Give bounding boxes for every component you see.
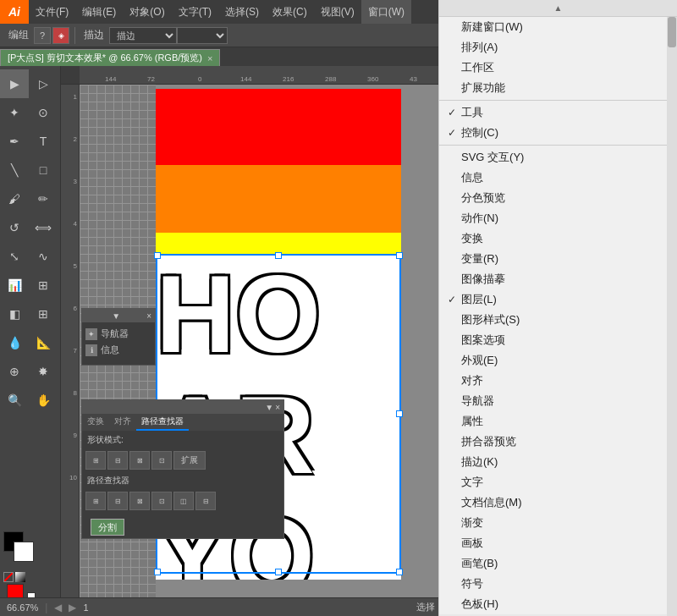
menu-view[interactable]: 视图(V) <box>314 0 361 24</box>
scroll-up[interactable]: ▲ <box>439 0 677 17</box>
hand-tool[interactable]: ✋ <box>29 386 58 415</box>
tab-transform[interactable]: 变换 <box>82 414 109 431</box>
menu-workspace[interactable]: 工作区 <box>439 58 677 78</box>
pf-outline[interactable]: ◫ <box>173 492 194 510</box>
handle-mr[interactable] <box>396 410 403 417</box>
handle-br[interactable] <box>396 569 403 575</box>
type-tool[interactable]: T <box>29 127 58 156</box>
gradient-swatch[interactable] <box>15 572 25 582</box>
info-item[interactable]: ℹ 信息 <box>85 342 151 358</box>
menu-effect[interactable]: 效果(C) <box>266 0 314 24</box>
handle-tc[interactable] <box>275 252 282 259</box>
handle-bl[interactable] <box>154 569 161 575</box>
handle-tl[interactable] <box>154 252 161 259</box>
rect-tool[interactable]: □ <box>29 156 58 184</box>
menu-transform[interactable]: 变换 <box>439 228 677 249</box>
panel-expand[interactable]: ▼ <box>265 403 273 412</box>
menu-navigator[interactable]: 导航器 <box>439 391 677 411</box>
panel-close[interactable]: × <box>275 403 280 412</box>
menu-sep-color[interactable]: 分色预览 <box>439 188 677 208</box>
tab-align[interactable]: 对齐 <box>109 414 136 431</box>
menu-doc-info[interactable]: 文档信息(M) <box>439 492 677 513</box>
menu-layers[interactable]: ✓ 图层(L) <box>439 289 677 310</box>
stroke-swatch[interactable] <box>14 542 34 562</box>
menu-variables[interactable]: 变量(R) <box>439 249 677 269</box>
handle-tr[interactable] <box>396 252 403 259</box>
menu-arrange[interactable]: 排列(A) <box>439 37 677 58</box>
menu-file[interactable]: 文件(F) <box>29 0 75 24</box>
expand-button[interactable]: 扩展 <box>173 451 206 470</box>
menu-attributes[interactable]: 属性 <box>439 411 677 432</box>
menu-appearance[interactable]: 外观(E) <box>439 350 677 371</box>
menu-actions[interactable]: 动作(N) <box>439 208 677 228</box>
brush-tool[interactable]: 🖌 <box>0 184 29 213</box>
pf-merge[interactable]: ⊠ <box>129 492 150 510</box>
menu-image-trace[interactable]: 图像描摹 <box>439 269 677 289</box>
rotate-tool[interactable]: ↺ <box>0 213 29 242</box>
document-tab[interactable]: [P大点S] 剪切文本效果* @ 66.67% (RGB/预览) × <box>0 49 220 66</box>
menu-svg[interactable]: SVG 交互(Y) <box>439 147 677 168</box>
nav-right[interactable]: ▶ <box>69 602 76 613</box>
nav-expand[interactable]: ▼ <box>112 311 120 321</box>
shape-intersect[interactable]: ⊠ <box>129 451 150 470</box>
none-swatch[interactable] <box>3 572 14 582</box>
split-button[interactable]: 分割 <box>91 519 124 536</box>
tab-close[interactable]: × <box>207 53 212 63</box>
menu-graphic-styles[interactable]: 图形样式(S) <box>439 310 677 330</box>
menu-edit[interactable]: 编辑(E) <box>75 0 123 24</box>
nav-left[interactable]: ◀ <box>54 602 62 613</box>
menu-object[interactable]: 对象(O) <box>123 0 171 24</box>
pf-trim[interactable]: ⊟ <box>107 492 128 510</box>
line-tool[interactable]: ╲ <box>0 156 29 184</box>
pencil-tool[interactable]: ✏ <box>29 184 58 213</box>
menu-text[interactable]: 文字(T) <box>172 0 218 24</box>
pen-tool[interactable]: ✒ <box>0 127 29 156</box>
right-scrollbar[interactable] <box>667 17 677 616</box>
gradient-tool[interactable]: ◧ <box>0 300 29 328</box>
menu-symbols[interactable]: 符号 <box>439 574 677 594</box>
menu-new-window[interactable]: 新建窗口(W) <box>439 17 677 37</box>
menu-extensions[interactable]: 扩展功能 <box>439 78 677 98</box>
menu-artboards[interactable]: 画板 <box>439 533 677 553</box>
help-button[interactable]: ? <box>34 27 51 44</box>
menu-align[interactable]: 对齐 <box>439 371 677 391</box>
menu-info[interactable]: 信息 <box>439 168 677 188</box>
menu-swatches[interactable]: 色板(H) <box>439 594 677 614</box>
zoom-tool[interactable]: 🔍 <box>0 386 29 415</box>
direct-select-tool[interactable]: ▷ <box>29 69 58 98</box>
scale-tool[interactable]: ⤡ <box>0 242 29 271</box>
pf-minus[interactable]: ⊟ <box>195 492 216 510</box>
menu-stroke[interactable]: 描边(K) <box>439 452 677 472</box>
artboard-tool[interactable]: ⊞ <box>29 271 58 300</box>
isolation-button[interactable]: ◈ <box>52 27 69 44</box>
menu-type-panel[interactable]: 文字 <box>439 472 677 492</box>
warp-tool[interactable]: ∿ <box>29 242 58 271</box>
shape-subtract[interactable]: ⊟ <box>107 451 128 470</box>
stroke-dropdown[interactable]: 描边 <box>109 27 177 44</box>
blend-tool[interactable]: ⊕ <box>0 357 29 386</box>
mesh-tool[interactable]: ⊞ <box>29 300 58 328</box>
magic-wand-tool[interactable]: ✦ <box>0 98 29 127</box>
tab-pathfinder[interactable]: 路径查找器 <box>136 414 189 431</box>
handle-bc[interactable] <box>275 569 282 575</box>
shape-add[interactable]: ⊞ <box>85 451 106 470</box>
pf-divide[interactable]: ⊞ <box>85 492 106 510</box>
select-tool[interactable]: ▶ <box>0 69 29 98</box>
mirror-tool[interactable]: ⟺ <box>29 213 58 242</box>
menu-tools[interactable]: ✓ 工具 <box>439 102 677 123</box>
menu-gradient-panel[interactable]: 渐变 <box>439 513 677 533</box>
menu-control[interactable]: ✓ 控制(C) <box>439 123 677 143</box>
measure-tool[interactable]: 📐 <box>29 328 58 357</box>
menu-pattern-options[interactable]: 图案选项 <box>439 330 677 350</box>
menu-select[interactable]: 选择(S) <box>218 0 266 24</box>
navigator-item[interactable]: ✦ 导航器 <box>85 326 151 342</box>
menu-brushes[interactable]: 画笔(B) <box>439 553 677 574</box>
symbol-tool[interactable]: ✸ <box>29 357 58 386</box>
menu-flattener[interactable]: 拼合器预览 <box>439 432 677 452</box>
eyedropper-tool[interactable]: 💧 <box>0 328 29 357</box>
mode-dropdown[interactable] <box>177 27 228 44</box>
menu-window[interactable]: 窗口(W) <box>361 0 411 24</box>
pf-crop[interactable]: ⊡ <box>151 492 172 510</box>
nav-close[interactable]: × <box>146 311 151 321</box>
shape-exclude[interactable]: ⊡ <box>151 451 172 470</box>
